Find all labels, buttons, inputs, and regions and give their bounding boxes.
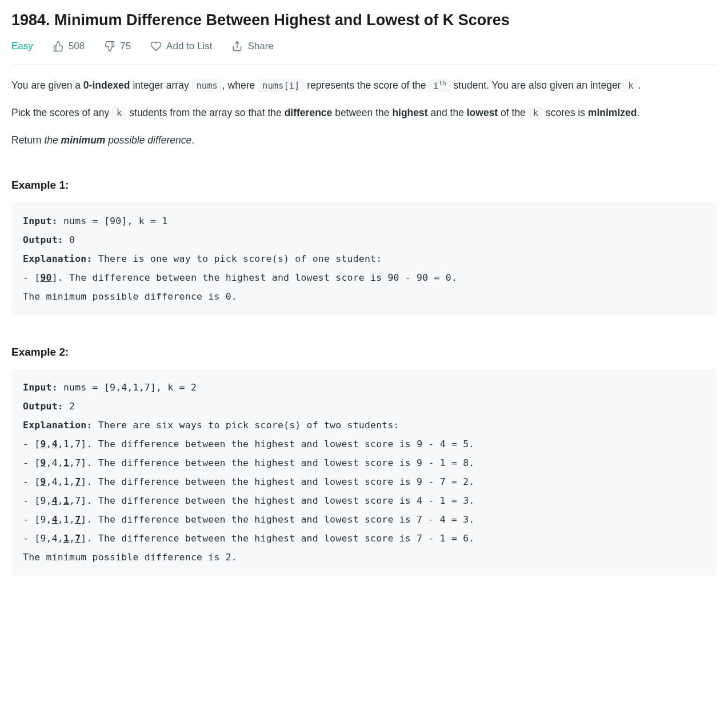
code-inline: nums[i] xyxy=(258,79,304,92)
dislike-count: 75 xyxy=(120,38,131,54)
share-label: Share xyxy=(247,38,273,54)
heart-icon xyxy=(150,41,162,52)
thumbs-up-icon xyxy=(53,41,64,52)
code-inline: k xyxy=(112,107,126,120)
share-button[interactable]: Share xyxy=(231,38,273,54)
code-inline: ith xyxy=(429,79,450,92)
problem-description: You are given a 0-indexed integer array … xyxy=(11,77,717,576)
example-heading: Example 1: xyxy=(11,177,717,194)
add-to-list-label: Add to List xyxy=(166,38,212,54)
example-heading: Example 2: xyxy=(11,344,717,361)
problem-title: 1984. Minimum Difference Between Highest… xyxy=(11,10,717,30)
code-inline: k xyxy=(529,107,543,120)
description-paragraph: Pick the scores of any k students from t… xyxy=(11,105,717,121)
thumbs-down-icon xyxy=(104,41,115,52)
meta-row: Easy 508 75 Add to List Share xyxy=(11,38,717,65)
description-paragraph: You are given a 0-indexed integer array … xyxy=(11,77,717,93)
difficulty-badge: Easy xyxy=(11,38,33,54)
add-to-list-button[interactable]: Add to List xyxy=(150,38,212,54)
code-inline: k xyxy=(623,79,638,92)
example-block: Input: nums = [9,4,1,7], k = 2 Output: 2… xyxy=(11,369,717,576)
description-paragraph: Return the minimum possible difference. xyxy=(11,132,717,148)
example-block: Input: nums = [90], k = 1 Output: 0 Expl… xyxy=(11,202,717,315)
like-count: 508 xyxy=(69,38,85,54)
like-button[interactable]: 508 xyxy=(53,38,85,54)
code-inline: nums xyxy=(192,79,222,92)
dislike-button[interactable]: 75 xyxy=(104,38,131,54)
share-icon xyxy=(231,41,243,52)
